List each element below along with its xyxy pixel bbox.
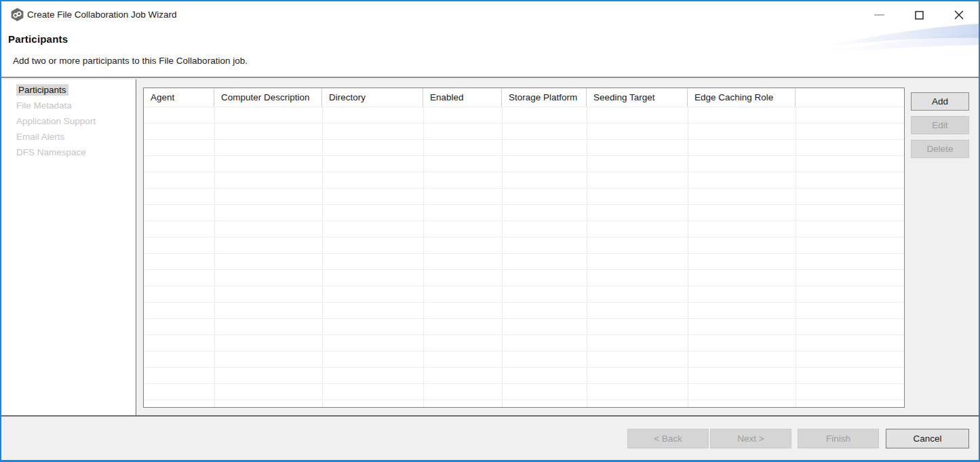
column-header-spacer xyxy=(796,88,904,107)
edit-button[interactable]: Edit xyxy=(911,116,969,134)
finish-button[interactable]: Finish xyxy=(798,429,879,448)
close-icon[interactable] xyxy=(943,1,975,28)
participants-table[interactable]: Agent Computer Description Directory Ena… xyxy=(143,88,905,408)
sidebar-item-participants[interactable]: Participants xyxy=(1,82,136,98)
column-divider xyxy=(502,107,503,407)
column-divider xyxy=(214,107,215,407)
column-divider xyxy=(796,107,796,407)
wizard-footer: < Back Next > Finish Cancel xyxy=(1,415,979,460)
minimize-icon[interactable] xyxy=(863,1,895,28)
titlebar: Create File Collaboration Job Wizard xyxy=(1,1,979,28)
page-title: Participants xyxy=(8,33,68,45)
column-header-directory: Directory xyxy=(322,88,423,107)
sidebar-item-application-support[interactable]: Application Support xyxy=(1,113,136,129)
column-divider xyxy=(688,107,688,407)
window-title: Create File Collaboration Job Wizard xyxy=(27,1,177,28)
next-button[interactable]: Next > xyxy=(710,429,791,448)
add-button[interactable]: Add xyxy=(911,92,969,111)
app-icon xyxy=(10,7,24,22)
wizard-header-area: Create File Collaboration Job Wizard Par… xyxy=(1,1,979,78)
cancel-button[interactable]: Cancel xyxy=(886,429,969,448)
column-header-enabled: Enabled xyxy=(423,88,502,107)
wizard-steps-sidebar: Participants File Metadata Application S… xyxy=(1,79,136,415)
column-divider xyxy=(587,107,587,407)
column-divider xyxy=(423,107,424,407)
wizard-window: Create File Collaboration Job Wizard Par… xyxy=(0,0,980,462)
column-header-seeding-target: Seeding Target xyxy=(587,88,688,107)
column-header-agent: Agent xyxy=(144,88,214,107)
maximize-icon[interactable] xyxy=(903,1,935,28)
window-controls xyxy=(855,1,975,28)
column-header-storage-platform: Storage Platform xyxy=(502,88,587,107)
column-header-edge-caching-role: Edge Caching Role xyxy=(688,88,796,107)
participants-table-body-empty[interactable] xyxy=(144,107,904,407)
participants-table-header: Agent Computer Description Directory Ena… xyxy=(144,88,904,107)
sidebar-item-file-metadata[interactable]: File Metadata xyxy=(1,98,136,113)
delete-button[interactable]: Delete xyxy=(911,140,969,158)
sidebar-item-dfs-namespace[interactable]: DFS Namespace xyxy=(1,145,136,160)
column-divider xyxy=(322,107,323,407)
back-button[interactable]: < Back xyxy=(627,429,709,448)
page-description: Add two or more participants to this Fil… xyxy=(13,56,248,66)
sidebar-item-email-alerts[interactable]: Email Alerts xyxy=(1,129,136,145)
column-header-computer-description: Computer Description xyxy=(214,88,322,107)
